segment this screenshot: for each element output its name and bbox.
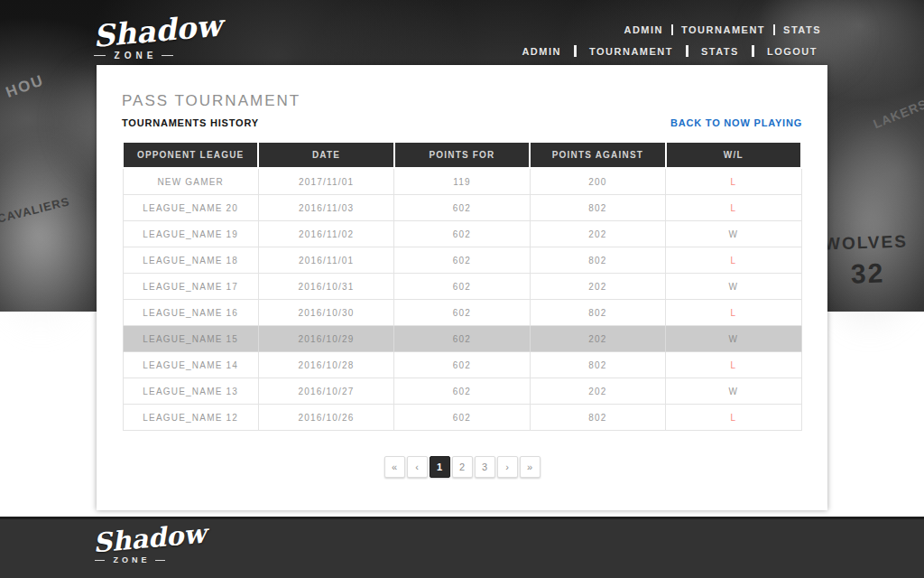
footer-nav-separator: [773, 24, 775, 35]
nav-stats[interactable]: STATS: [701, 46, 739, 57]
cell-opponent-league: LEAGUE_NAME 12: [123, 405, 258, 431]
cell-points-for: 602: [394, 195, 530, 221]
cell-points-against: 802: [530, 300, 665, 326]
cell-points-against: 202: [530, 378, 665, 405]
content-panel: PASS TOURNAMENT TOURNAMENTS HISTORY BACK…: [97, 65, 827, 510]
table-row[interactable]: LEAGUE_NAME 19 2016/11/02 602 202 W: [123, 221, 801, 247]
cell-wl: L: [666, 168, 801, 195]
footer-nav-admin[interactable]: ADMIN: [624, 24, 663, 35]
cell-opponent-league: LEAGUE_NAME 13: [123, 378, 258, 405]
cell-opponent-league: NEW GAMER: [123, 168, 258, 195]
cell-wl: L: [666, 300, 801, 326]
logo-dash-left: [94, 55, 106, 56]
cell-wl: W: [666, 378, 801, 405]
table-row[interactable]: LEAGUE_NAME 17 2016/10/31 602 202 W: [123, 274, 801, 300]
jersey-number-32: 32: [850, 257, 885, 289]
table-header: OPPONENT LEAGUE DATE POINTS FOR POINTS A…: [123, 142, 801, 168]
cell-opponent-league: LEAGUE_NAME 19: [123, 221, 258, 247]
page-subtitle: TOURNAMENTS HISTORY: [122, 117, 259, 128]
cell-points-against: 802: [530, 195, 665, 221]
footer-nav-tournament[interactable]: TOURNAMENT: [681, 24, 765, 35]
back-to-now-playing-link[interactable]: BACK TO NOW PLAYING: [670, 117, 802, 128]
cell-points-for: 119: [394, 168, 530, 195]
cell-points-for: 602: [394, 405, 530, 431]
cell-date: 2016/10/30: [258, 300, 393, 326]
footer-logo-dash-right: [155, 560, 165, 561]
cell-points-against: 802: [530, 247, 665, 274]
pagination: « ‹ 1 2 3 › »: [122, 456, 802, 478]
cell-wl: L: [666, 352, 801, 378]
cell-points-for: 602: [394, 274, 530, 300]
footer-nav-separator: [671, 24, 673, 35]
top-nav: ADMIN TOURNAMENT STATS LOGOUT: [522, 45, 818, 57]
pagination-button[interactable]: «: [384, 456, 405, 478]
table-row[interactable]: LEAGUE_NAME 14 2016/10/28 602 802 L: [123, 352, 801, 378]
cell-opponent-league: LEAGUE_NAME 18: [123, 247, 258, 274]
table-row[interactable]: LEAGUE_NAME 12 2016/10/26 602 802 L: [123, 405, 801, 431]
footer-nav-stats[interactable]: STATS: [783, 24, 821, 35]
pagination-button[interactable]: 3: [475, 456, 495, 478]
pagination-button[interactable]: ›: [497, 456, 518, 478]
cell-opponent-league: LEAGUE_NAME 15: [123, 326, 258, 352]
cell-date: 2016/11/02: [258, 221, 393, 247]
table-row[interactable]: LEAGUE_NAME 13 2016/10/27 602 202 W: [123, 378, 801, 405]
cell-points-for: 602: [394, 300, 530, 326]
cell-date: 2016/11/03: [258, 195, 393, 221]
cell-opponent-league: LEAGUE_NAME 20: [123, 195, 258, 221]
column-header-wl: W/L: [666, 142, 801, 168]
nav-admin[interactable]: ADMIN: [522, 46, 561, 57]
cell-points-for: 602: [394, 326, 530, 352]
nav-separator: [752, 45, 754, 57]
cell-opponent-league: LEAGUE_NAME 14: [123, 352, 258, 378]
cell-wl: L: [666, 195, 801, 221]
table-row[interactable]: LEAGUE_NAME 15 2016/10/29 602 202 W: [123, 326, 801, 352]
cell-wl: L: [666, 405, 801, 431]
cell-opponent-league: LEAGUE_NAME 17: [123, 274, 258, 300]
page-title: PASS TOURNAMENT: [122, 92, 802, 110]
tournaments-history-table: OPPONENT LEAGUE DATE POINTS FOR POINTS A…: [122, 141, 802, 431]
table-row[interactable]: NEW GAMER 2017/11/01 119 200 L: [123, 168, 801, 195]
pagination-button[interactable]: 1: [430, 456, 450, 478]
pagination-button[interactable]: »: [520, 456, 541, 478]
cell-points-for: 602: [394, 221, 530, 247]
cell-date: 2016/10/31: [258, 274, 393, 300]
nav-separator: [574, 45, 577, 57]
cell-points-against: 802: [530, 352, 665, 378]
cell-points-against: 802: [530, 405, 665, 431]
nav-logout[interactable]: LOGOUT: [767, 46, 818, 57]
cell-points-against: 202: [530, 326, 665, 352]
table-row[interactable]: LEAGUE_NAME 18 2016/11/01 602 802 L: [123, 247, 801, 274]
column-header-opponent-league: OPPONENT LEAGUE: [123, 142, 258, 168]
cell-date: 2016/10/28: [258, 352, 393, 378]
page: HOU CAVALIERS LAKERS WOLVES 32 Shadow ZO…: [0, 0, 924, 578]
pagination-button[interactable]: 2: [452, 456, 473, 478]
footer-nav: ADMIN TOURNAMENT STATS: [624, 24, 821, 35]
brand-name: Shadow: [92, 14, 176, 52]
jersey-text-hou: HOU: [4, 71, 47, 102]
cell-date: 2016/11/01: [258, 247, 393, 274]
nav-separator: [686, 45, 688, 57]
subheader: TOURNAMENTS HISTORY BACK TO NOW PLAYING: [122, 117, 802, 128]
cell-wl: W: [666, 274, 801, 300]
cell-wl: W: [666, 326, 801, 352]
cell-points-for: 602: [394, 247, 530, 274]
cell-wl: W: [666, 221, 801, 247]
column-header-date: DATE: [258, 142, 393, 168]
cell-points-for: 602: [394, 378, 530, 405]
brand-logo[interactable]: Shadow ZONE: [93, 18, 174, 61]
column-header-points-against: POINTS AGAINST: [530, 142, 665, 168]
jersey-text-wolves: WOLVES: [824, 231, 909, 254]
cell-date: 2016/10/29: [258, 326, 393, 352]
cell-date: 2016/10/27: [258, 378, 393, 405]
footer-brand-logo[interactable]: Shadow ZONE: [93, 527, 167, 564]
column-header-points-for: POINTS FOR: [394, 142, 530, 168]
cell-date: 2016/10/26: [258, 405, 393, 431]
table-body: NEW GAMER 2017/11/01 119 200 L LEAGUE_NA…: [123, 168, 801, 431]
footer-logo-dash-left: [95, 560, 105, 561]
nav-tournament[interactable]: TOURNAMENT: [589, 46, 673, 57]
pagination-button[interactable]: ‹: [407, 456, 428, 478]
cell-points-against: 200: [530, 168, 665, 195]
table-row[interactable]: LEAGUE_NAME 16 2016/10/30 602 802 L: [123, 300, 801, 326]
table-row[interactable]: LEAGUE_NAME 20 2016/11/03 602 802 L: [123, 195, 801, 221]
cell-wl: L: [666, 247, 801, 274]
